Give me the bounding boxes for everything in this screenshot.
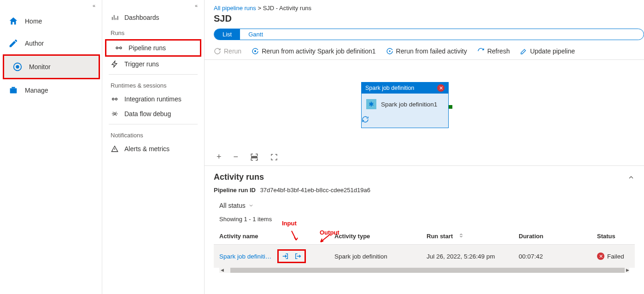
breadcrumb-root-link[interactable]: All pipeline runs [214, 5, 256, 12]
input-icon[interactable] [281, 253, 289, 260]
activity-card-header: Spark job definition ✕ [362, 82, 448, 94]
activity-header-label: Spark job definition [365, 85, 414, 91]
fullscreen-icon[interactable] [270, 153, 278, 161]
update-pipeline-button[interactable]: Update pipeline [520, 47, 575, 55]
svg-point-4 [116, 47, 118, 49]
refresh-icon [477, 47, 485, 55]
cell-activity-type: Spark job definition [334, 253, 427, 260]
rerun-failed-button[interactable]: Rerun from failed activity [386, 47, 467, 55]
main-content: All pipeline runs > SJD - Activity runs … [205, 0, 644, 294]
nav-home[interactable]: Home [0, 10, 102, 32]
dashboards-icon [111, 14, 119, 21]
divider [109, 74, 198, 75]
primary-sidebar: « Home Author Monitor Manage [0, 0, 102, 294]
edit-icon [520, 47, 527, 55]
svg-point-6 [112, 98, 114, 100]
activity-runs-title: Activity runs [214, 172, 264, 182]
svg-point-7 [115, 98, 117, 100]
collapse-section-icon[interactable] [627, 174, 635, 181]
svg-point-9 [255, 51, 256, 52]
col-duration[interactable]: Duration [519, 233, 597, 240]
scroll-left-icon[interactable]: ◀ [219, 268, 225, 272]
col-activity-name[interactable]: Activity name [219, 233, 334, 240]
run-id-label: Pipeline run ID [214, 187, 256, 194]
breadcrumb-sep: > [258, 5, 261, 12]
collapse-secondary-icon[interactable]: « [195, 3, 204, 10]
col-status[interactable]: Status [597, 233, 644, 240]
col-activity-type[interactable]: Activity type [334, 233, 427, 240]
breadcrumb: All pipeline runs > SJD - Activity runs [205, 0, 644, 13]
nav-label: Monitor [29, 63, 51, 71]
view-list-button[interactable]: List [214, 29, 240, 40]
table-header-row: Activity name Activity type Run start Du… [214, 228, 635, 245]
scrollbar-thumb[interactable] [230, 268, 625, 273]
svg-point-8 [114, 113, 116, 115]
monitor-icon [12, 62, 23, 72]
close-icon[interactable]: ✕ [437, 84, 445, 92]
btn-label: Rerun [224, 47, 241, 55]
cell-duration: 00:07:42 [519, 253, 597, 260]
nav-dataflow-debug[interactable]: Data flow debug [102, 106, 204, 121]
output-icon[interactable] [294, 253, 302, 260]
horizontal-scrollbar[interactable]: ◀ ▶ [219, 268, 629, 273]
secondary-sidebar: « Dashboards Runs Pipeline runs Trigger … [102, 0, 205, 294]
zoom-fit-icon[interactable]: 100% [250, 153, 258, 161]
section-runtimes-header: Runtimes & sessions [102, 77, 204, 92]
nav-manage[interactable]: Manage [0, 79, 102, 101]
pipeline-runs-icon [115, 44, 123, 52]
nav-label: Home [25, 18, 42, 25]
status-filter-dropdown[interactable]: All status [214, 198, 635, 213]
pencil-icon [8, 38, 18, 48]
nav-dashboards[interactable]: Dashboards [102, 10, 204, 25]
rerun-from-icon [252, 47, 259, 55]
refresh-button[interactable]: Refresh [477, 47, 510, 55]
zoom-in-icon[interactable]: + [217, 152, 222, 162]
spark-icon: ✱ [366, 99, 376, 109]
alerts-icon [111, 145, 119, 153]
activity-title: Spark job definition1 [381, 101, 437, 108]
scroll-right-icon[interactable]: ▶ [625, 268, 630, 272]
btn-label: Update pipeline [530, 47, 575, 55]
failed-icon: ✕ [597, 253, 604, 260]
nav-label: Integration runtimes [124, 95, 181, 103]
trigger-runs-icon [111, 60, 119, 68]
chevron-down-icon [248, 203, 254, 208]
run-id-row: Pipeline run ID 37d7e4bf-b3bf-41eb-b8cc-… [214, 182, 635, 198]
sync-icon[interactable] [362, 116, 448, 123]
cell-run-start: Jul 26, 2022, 5:26:49 pm [427, 253, 519, 260]
svg-rect-3 [12, 87, 15, 88]
col-run-start-label: Run start [427, 233, 453, 240]
activity-card-footer [362, 112, 448, 128]
nav-integration-runtimes[interactable]: Integration runtimes [102, 92, 204, 106]
svg-point-1 [16, 65, 19, 68]
section-runs-header: Runs [102, 25, 204, 39]
breadcrumb-current: SJD - Activity runs [263, 5, 311, 12]
nav-trigger-runs[interactable]: Trigger runs [102, 57, 204, 71]
nav-label: Author [25, 40, 44, 47]
nav-pipeline-runs[interactable]: Pipeline runs [106, 41, 200, 55]
rerun-from-button[interactable]: Rerun from activity Spark job definition… [252, 47, 375, 55]
pipeline-canvas[interactable]: Spark job definition ✕ ✱ Spark job defin… [205, 60, 644, 166]
manage-icon [8, 85, 18, 95]
svg-point-5 [120, 47, 122, 49]
activity-card[interactable]: Spark job definition ✕ ✱ Spark job defin… [361, 82, 449, 128]
nav-label: Data flow debug [124, 110, 171, 118]
activity-connector[interactable] [449, 105, 452, 109]
btn-label: Rerun from failed activity [396, 47, 467, 55]
activity-name-link[interactable]: Spark job definitio… [219, 253, 274, 260]
zoom-out-icon[interactable]: − [234, 152, 239, 162]
nav-author[interactable]: Author [0, 32, 102, 54]
activity-name-cell: Spark job definitio… [219, 249, 334, 263]
rerun-button[interactable]: Rerun [214, 47, 241, 55]
nav-alerts-metrics[interactable]: Alerts & metrics [102, 141, 204, 156]
nav-monitor[interactable]: Monitor [4, 56, 99, 78]
rerun-icon [214, 47, 221, 55]
btn-label: Rerun from activity Spark job definition… [262, 47, 375, 55]
collapse-sidebar-icon[interactable]: « [93, 3, 102, 10]
sort-icon[interactable] [458, 233, 464, 238]
table-row: Spark job definitio… Spark job definitio… [214, 245, 635, 268]
col-run-start[interactable]: Run start [427, 233, 519, 240]
view-gantt-button[interactable]: Gantt [240, 29, 271, 40]
nav-label: Dashboards [124, 14, 159, 21]
activity-card-body: ✱ Spark job definition1 [362, 94, 448, 112]
